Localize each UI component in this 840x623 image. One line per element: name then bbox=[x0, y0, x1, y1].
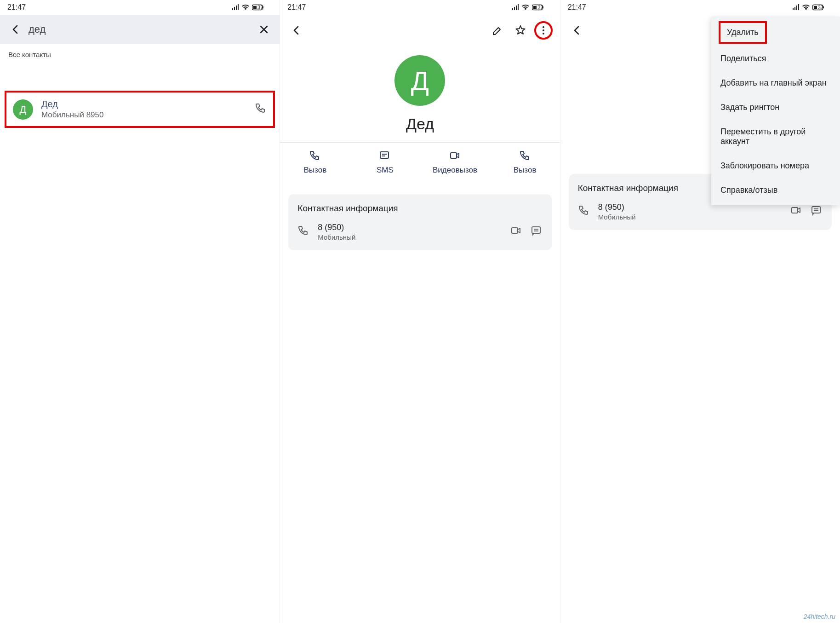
status-bar: 21:47 37 bbox=[0, 0, 280, 15]
action-call-2[interactable]: Вызов bbox=[490, 150, 560, 175]
action-call[interactable]: Вызов bbox=[280, 150, 350, 175]
search-pane: 21:47 37 дед Все контакты Д Дед Мобильны… bbox=[0, 0, 280, 623]
contact-row[interactable]: Д Дед Мобильный 8950 bbox=[5, 91, 275, 128]
more-button[interactable] bbox=[534, 21, 553, 40]
search-query[interactable]: дед bbox=[29, 23, 257, 35]
status-bar: 21:47 37 bbox=[280, 0, 560, 15]
watermark: 24hitech.ru bbox=[804, 613, 835, 620]
phone-type: Мобильный bbox=[318, 233, 502, 241]
phone-number: 8 (950) bbox=[318, 223, 502, 232]
battery-pct: 37 bbox=[818, 5, 823, 10]
contact-title: Дед bbox=[280, 115, 560, 133]
phone-icon[interactable] bbox=[255, 103, 267, 116]
phone-row[interactable]: 8 (950) Мобильный bbox=[578, 202, 823, 221]
battery-pct: 37 bbox=[257, 5, 263, 10]
status-time: 21:47 bbox=[568, 3, 586, 12]
toolbar bbox=[280, 15, 560, 46]
signal-icon bbox=[232, 4, 239, 11]
phone-row[interactable]: 8 (950) Мобильный bbox=[297, 223, 542, 241]
menu-item-move-account[interactable]: Переместить в другой аккаунт bbox=[711, 120, 840, 154]
menu-item-add-home[interactable]: Добавить на главный экран bbox=[711, 71, 840, 95]
wifi-icon bbox=[522, 4, 529, 11]
phone-type: Мобильный bbox=[598, 213, 782, 221]
contact-menu-pane: 21:47 37 Удалить Поделиться Добавить на … bbox=[560, 0, 840, 623]
back-button[interactable] bbox=[8, 22, 23, 37]
battery-pct: 37 bbox=[537, 5, 543, 10]
message-icon[interactable] bbox=[811, 205, 823, 219]
favorite-button[interactable] bbox=[511, 21, 530, 40]
contact-detail-pane: 21:47 37 Д Дед Вызов SMS bbox=[280, 0, 560, 623]
menu-item-share[interactable]: Поделиться bbox=[711, 46, 840, 71]
info-card-title: Контактная информация bbox=[297, 203, 542, 213]
phone-icon bbox=[297, 225, 309, 239]
menu-item-delete[interactable]: Удалить bbox=[719, 21, 767, 44]
edit-button[interactable] bbox=[488, 21, 507, 40]
signal-icon bbox=[512, 4, 519, 11]
contact-sub: Мобильный 8950 bbox=[41, 110, 255, 120]
back-button[interactable] bbox=[287, 21, 306, 40]
overflow-menu: Удалить Поделиться Добавить на главный э… bbox=[711, 17, 840, 205]
section-all-contacts: Все контакты bbox=[0, 44, 280, 63]
avatar: Д bbox=[13, 99, 33, 120]
video-icon[interactable] bbox=[790, 205, 802, 219]
menu-item-block[interactable]: Заблокировать номера bbox=[711, 154, 840, 178]
status-time: 21:47 bbox=[7, 3, 26, 12]
signal-icon bbox=[792, 4, 800, 11]
wifi-icon bbox=[802, 4, 810, 11]
action-video[interactable]: Видеовызов bbox=[420, 150, 490, 175]
status-time: 21:47 bbox=[287, 3, 306, 12]
phone-icon bbox=[578, 205, 590, 219]
wifi-icon bbox=[242, 4, 249, 11]
action-sms[interactable]: SMS bbox=[350, 150, 420, 175]
action-row: Вызов SMS Видеовызов Вызов bbox=[280, 142, 560, 186]
contact-info-card: Контактная информация 8 (950) Мобильный bbox=[288, 194, 551, 250]
back-button[interactable] bbox=[568, 21, 586, 40]
avatar-large: Д bbox=[394, 55, 445, 106]
message-icon[interactable] bbox=[531, 225, 543, 239]
clear-button[interactable] bbox=[257, 22, 271, 37]
search-header: дед bbox=[0, 15, 280, 44]
contact-name: Дед bbox=[41, 99, 255, 110]
menu-item-help[interactable]: Справка/отзыв bbox=[711, 178, 840, 202]
status-bar: 21:47 37 bbox=[560, 0, 840, 15]
menu-item-ringtone[interactable]: Задать рингтон bbox=[711, 95, 840, 120]
video-icon[interactable] bbox=[510, 225, 522, 239]
